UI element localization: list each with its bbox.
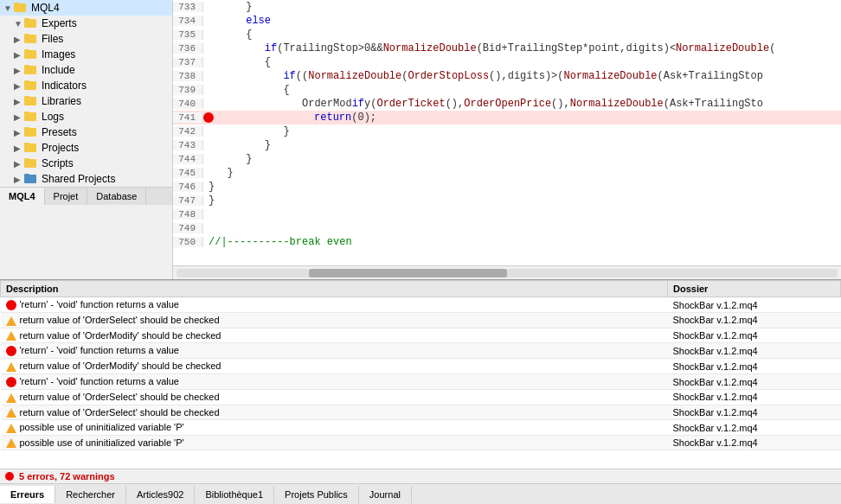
horizontal-scrollbar[interactable] (173, 265, 841, 279)
error-row[interactable]: 'return' - 'void' function returns a val… (1, 373, 841, 389)
sidebar-item-projects[interactable]: ▶Projects (0, 140, 172, 156)
expand-arrow: ▼ (3, 3, 12, 12)
code-view[interactable]: 733 }734 else735 {736 if(TrailingStop>0&… (173, 0, 841, 265)
line-number: 734 (173, 16, 203, 26)
sidebar-item-presets[interactable]: ▶Presets (0, 124, 172, 140)
code-line: 743 } (173, 138, 841, 152)
code-line: 738 if((NormalizeDouble(OrderStopLoss(),… (173, 69, 841, 83)
sidebar-item-label: MQL4 (31, 2, 60, 14)
code-line: 750//|----------break even (173, 235, 841, 249)
warning-icon (6, 331, 16, 341)
sidebar-item-shared-projects[interactable]: ▶Shared Projects (0, 171, 172, 187)
expand-arrow: ▶ (14, 66, 22, 74)
folder-yellow-icon (24, 17, 38, 29)
error-row[interactable]: 'return' - 'void' function returns a val… (1, 343, 841, 359)
error-row[interactable]: return value of 'OrderModify' should be … (1, 328, 841, 343)
footer-tab-erreurs[interactable]: Erreurs (0, 486, 55, 503)
sidebar-item-images[interactable]: ▶Images (0, 47, 172, 62)
expand-arrow: ▶ (14, 144, 22, 152)
sidebar-item-label: Libraries (42, 95, 81, 107)
line-number: 747 (173, 195, 203, 206)
code-line: 746} (173, 180, 841, 194)
status-bar: 5 errors, 72 warnings (0, 469, 841, 483)
error-dossier: ShockBar v.1.2.mq4 (668, 328, 841, 343)
line-number: 745 (173, 168, 203, 178)
footer-tab-rechercher[interactable]: Rechercher (55, 486, 126, 503)
sidebar-item-label: Shared Projects (42, 173, 115, 185)
code-line: 745 } (173, 166, 841, 180)
sidebar-item-label: Projects (42, 142, 79, 154)
error-description: 'return' - 'void' function returns a val… (1, 343, 668, 359)
line-content: if((NormalizeDouble(OrderStopLoss(),digi… (203, 70, 763, 82)
error-description: 'return' - 'void' function returns a val… (1, 297, 668, 313)
expand-arrow: ▶ (14, 159, 22, 168)
sidebar-item-indicators[interactable]: ▶Indicators (0, 78, 172, 93)
error-row[interactable]: return value of 'OrderSelect' should be … (1, 313, 841, 329)
line-number: 749 (173, 223, 203, 233)
error-row[interactable]: possible use of uninitialized variable '… (1, 420, 841, 436)
sidebar-item-mql4[interactable]: ▼MQL4 (0, 0, 172, 16)
error-dossier: ShockBar v.1.2.mq4 (668, 343, 841, 359)
footer-tab-bibliothèque[interactable]: Bibliothèque1 (195, 486, 274, 503)
error-dossier: ShockBar v.1.2.mq4 (668, 405, 841, 420)
error-table[interactable]: Description Dossier 'return' - 'void' fu… (0, 280, 841, 469)
error-row[interactable]: return value of 'OrderSelect' should be … (1, 405, 841, 420)
line-content: } (203, 153, 252, 165)
line-content: } (203, 125, 290, 137)
folder-yellow-icon (24, 157, 38, 169)
error-dossier: ShockBar v.1.2.mq4 (668, 359, 841, 374)
line-number: 744 (173, 154, 203, 164)
line-content: { (203, 84, 290, 96)
line-content: else (203, 15, 271, 27)
warning-icon (6, 424, 16, 433)
line-number: 741 (173, 112, 203, 123)
line-number: 739 (173, 85, 203, 95)
folder-yellow-icon (24, 80, 38, 92)
warning-icon (6, 393, 16, 403)
error-row[interactable]: return value of 'OrderModify' should be … (1, 359, 841, 374)
line-number: 746 (173, 182, 203, 192)
code-line: 733 } (173, 0, 841, 14)
line-number: 736 (173, 43, 203, 54)
code-line: 741 return(0); (173, 111, 841, 124)
footer-tab-articles[interactable]: Articles902 (126, 486, 195, 503)
sidebar-item-logs[interactable]: ▶Logs (0, 109, 172, 124)
error-row[interactable]: possible use of uninitialized variable '… (1, 435, 841, 450)
code-line: 749 (173, 221, 841, 235)
code-line: 735 { (173, 28, 841, 41)
line-content: } (203, 195, 215, 207)
expand-arrow: ▶ (14, 50, 22, 59)
line-content: //|----------break even (203, 236, 352, 248)
sidebar-item-label: Indicators (42, 80, 87, 92)
warning-icon (6, 316, 16, 326)
folder-yellow-icon (24, 111, 38, 123)
code-line: 737 { (173, 55, 841, 69)
error-description: return value of 'OrderModify' should be … (1, 359, 668, 374)
footer-tab-projets-publics[interactable]: Projets Publics (274, 486, 359, 503)
line-number: 738 (173, 71, 203, 81)
sidebar-item-scripts[interactable]: ▶Scripts (0, 156, 172, 171)
tab-projet[interactable]: Projet (45, 188, 88, 205)
warning-icon (6, 438, 16, 448)
folder-blue-icon (24, 173, 38, 185)
footer-tab-journal[interactable]: Journal (359, 486, 412, 503)
error-description: return value of 'OrderSelect' should be … (1, 313, 668, 329)
sidebar-item-files[interactable]: ▶Files (0, 31, 172, 47)
sidebar-item-include[interactable]: ▶Include (0, 62, 172, 78)
sidebar-item-experts[interactable]: ▼Experts (0, 16, 172, 31)
sidebar-item-label: Files (42, 33, 63, 45)
status-error-dot (5, 472, 14, 481)
sidebar-item-libraries[interactable]: ▶Libraries (0, 93, 172, 109)
line-number: 737 (173, 57, 203, 67)
line-content: } (203, 1, 252, 13)
sidebar-item-label: Include (42, 64, 75, 76)
error-row[interactable]: return value of 'OrderSelect' should be … (1, 390, 841, 405)
line-content: } (203, 167, 234, 179)
code-line: 734 else (173, 14, 841, 28)
tab-mql4[interactable]: MQL4 (0, 188, 45, 205)
error-icon (6, 300, 16, 310)
error-row[interactable]: 'return' - 'void' function returns a val… (1, 297, 841, 313)
tab-database[interactable]: Database (87, 188, 146, 205)
footer-tabs: ErreursRechercherArticles902Bibliothèque… (0, 483, 841, 504)
error-dossier: ShockBar v.1.2.mq4 (668, 420, 841, 436)
